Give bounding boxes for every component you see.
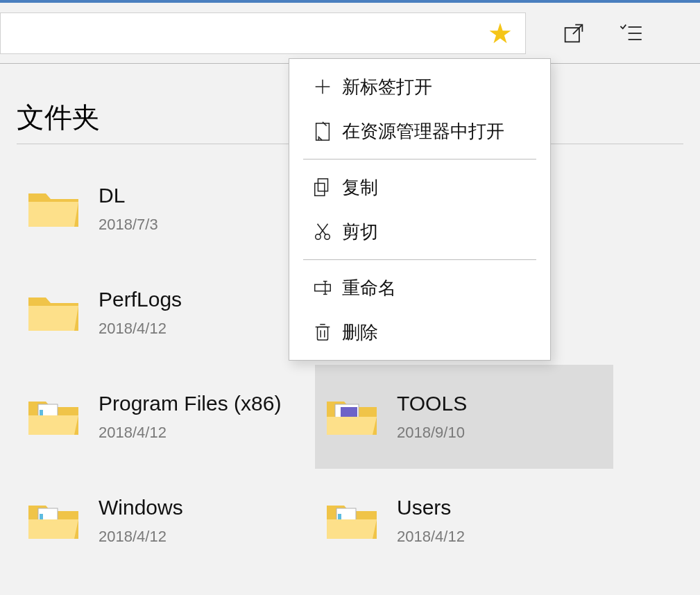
menu-label: 重命名 xyxy=(339,276,396,300)
svg-rect-16 xyxy=(315,183,325,196)
folder-icon xyxy=(321,386,383,448)
folder-name: TOOLS xyxy=(397,392,467,415)
folder-item[interactable]: Users 2018/4/12 xyxy=(315,469,613,573)
svg-line-20 xyxy=(318,224,326,235)
folder-name: Windows xyxy=(99,496,183,519)
folder-icon xyxy=(321,490,383,552)
menu-item-new-tab[interactable]: 新标签打开 xyxy=(289,64,550,109)
menu-label: 在资源管理器中打开 xyxy=(339,119,504,144)
toolbar: ★ xyxy=(0,0,700,64)
folder-icon xyxy=(22,178,85,240)
svg-line-19 xyxy=(319,224,327,235)
folder-item[interactable]: Program Files (x86) 2018/4/12 xyxy=(17,365,315,469)
menu-item-cut[interactable]: 剪切 xyxy=(289,209,550,254)
menu-item-copy[interactable]: 复制 xyxy=(289,165,550,209)
folder-date: 2018/4/12 xyxy=(99,528,183,546)
folder-name: Program Files (x86) xyxy=(99,392,281,415)
svg-rect-25 xyxy=(318,327,328,340)
checklist-icon xyxy=(618,21,643,46)
svg-rect-21 xyxy=(315,284,331,291)
open-external-icon xyxy=(561,21,586,46)
address-bar[interactable]: ★ xyxy=(0,12,526,54)
svg-rect-15 xyxy=(318,179,327,191)
copy-icon xyxy=(306,177,339,198)
menu-label: 删除 xyxy=(339,320,378,345)
menu-label: 复制 xyxy=(339,175,378,200)
folder-icon xyxy=(22,282,85,344)
folder-item[interactable]: PerfLogs 2018/4/12 xyxy=(17,261,315,365)
menu-separator xyxy=(303,159,536,159)
folder-date: 2018/4/12 xyxy=(99,424,281,442)
menu-label: 新标签打开 xyxy=(339,75,432,99)
rename-icon xyxy=(306,277,339,298)
menu-label: 剪切 xyxy=(339,220,378,244)
plus-icon xyxy=(306,76,339,97)
folder-date: 2018/4/12 xyxy=(99,320,182,338)
delete-icon xyxy=(306,322,339,343)
folder-name: PerfLogs xyxy=(99,288,182,311)
open-external-button[interactable] xyxy=(559,19,588,48)
folder-date: 2018/4/12 xyxy=(397,528,465,546)
folder-item[interactable]: TOOLS 2018/9/10 xyxy=(315,365,613,469)
favorite-star-icon[interactable]: ★ xyxy=(488,17,513,49)
folder-icon xyxy=(22,386,85,448)
folder-date: 2018/9/10 xyxy=(397,424,467,442)
menu-item-delete[interactable]: 删除 xyxy=(289,310,550,354)
toolbar-buttons xyxy=(526,19,665,48)
folder-name: Users xyxy=(397,496,465,519)
folder-name: DL xyxy=(99,184,158,207)
view-list-button[interactable] xyxy=(616,19,645,48)
menu-item-open-explorer[interactable]: 在资源管理器中打开 xyxy=(289,109,550,153)
menu-separator xyxy=(303,259,536,260)
folder-date: 2018/7/3 xyxy=(99,216,158,234)
svg-rect-14 xyxy=(316,123,330,140)
menu-item-rename[interactable]: 重命名 xyxy=(289,266,550,310)
folder-item[interactable]: Windows 2018/4/12 xyxy=(17,469,315,573)
cut-icon xyxy=(306,221,339,242)
context-menu: 新标签打开 在资源管理器中打开 复制 剪切 重命名 删除 xyxy=(289,58,551,361)
explorer-icon xyxy=(306,121,339,141)
folder-icon xyxy=(22,490,85,552)
folder-item[interactable]: DL 2018/7/3 xyxy=(17,157,315,261)
